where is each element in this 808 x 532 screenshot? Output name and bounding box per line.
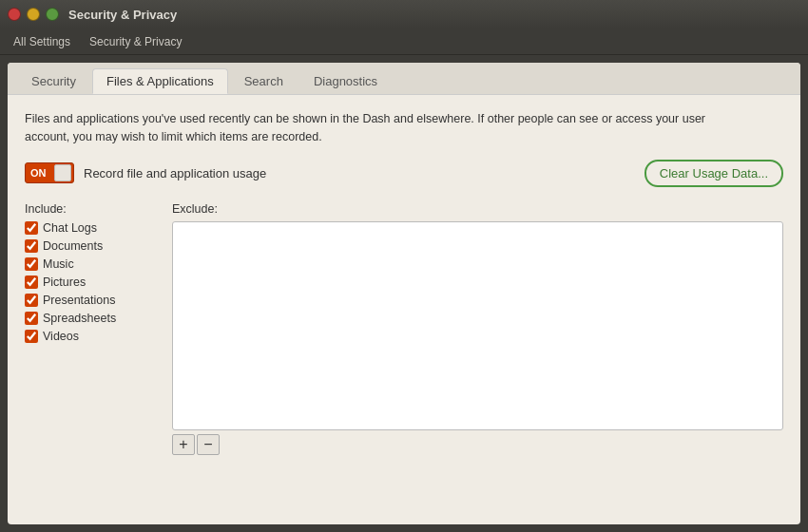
tab-diagnostics[interactable]: Diagnostics: [299, 68, 392, 94]
toggle-knob: [54, 164, 71, 181]
music-checkbox[interactable]: [25, 257, 38, 271]
toggle-description: Record file and application usage: [84, 166, 266, 180]
include-section: Include: Chat Logs Documents Music Pictu…: [25, 202, 163, 348]
record-usage-toggle[interactable]: ON: [25, 162, 74, 183]
tab-bar: Security Files & Applications Search Dia…: [8, 63, 800, 95]
tab-search[interactable]: Search: [230, 68, 298, 94]
exclude-list-box[interactable]: [172, 221, 783, 430]
menubar: All Settings Security & Privacy: [0, 28, 808, 55]
remove-exclude-button[interactable]: −: [197, 434, 220, 455]
clear-usage-data-button[interactable]: Clear Usage Data...: [644, 160, 783, 187]
include-exclude-section: Include: Chat Logs Documents Music Pictu…: [25, 202, 783, 455]
menubar-security-privacy[interactable]: Security & Privacy: [86, 33, 185, 50]
list-item: Chat Logs: [25, 221, 163, 235]
list-item: Documents: [25, 239, 163, 253]
toggle-on-label: ON: [30, 167, 47, 179]
list-item: Spreadsheets: [25, 312, 163, 325]
presentations-checkbox[interactable]: [25, 294, 38, 307]
videos-checkbox[interactable]: [25, 330, 38, 343]
list-item: Presentations: [25, 294, 163, 307]
music-label[interactable]: Music: [43, 257, 74, 271]
exclude-heading: Exclude:: [172, 202, 783, 216]
minimize-button[interactable]: [27, 8, 40, 21]
titlebar: Security & Privacy: [0, 0, 808, 28]
pictures-label[interactable]: Pictures: [43, 276, 86, 289]
pictures-checkbox[interactable]: [25, 276, 38, 289]
maximize-button[interactable]: [46, 8, 59, 21]
chat-logs-label[interactable]: Chat Logs: [43, 221, 97, 235]
toggle-left: ON Record file and application usage: [25, 162, 266, 183]
menubar-all-settings[interactable]: All Settings: [10, 33, 74, 50]
exclude-buttons: + −: [172, 434, 783, 455]
toggle-row: ON Record file and application usage Cle…: [25, 160, 783, 187]
chat-logs-checkbox[interactable]: [25, 221, 38, 235]
list-item: Videos: [25, 330, 163, 343]
documents-label[interactable]: Documents: [43, 239, 103, 253]
spreadsheets-label[interactable]: Spreadsheets: [43, 312, 116, 325]
list-item: Pictures: [25, 276, 163, 289]
tab-security[interactable]: Security: [17, 68, 90, 94]
presentations-label[interactable]: Presentations: [43, 294, 115, 307]
add-exclude-button[interactable]: +: [172, 434, 195, 455]
close-button[interactable]: [8, 8, 21, 21]
list-item: Music: [25, 257, 163, 271]
videos-label[interactable]: Videos: [43, 330, 79, 343]
include-heading: Include:: [25, 202, 163, 216]
content-panel: Files and applications you've used recen…: [8, 95, 800, 470]
window-title: Security & Privacy: [68, 8, 177, 22]
spreadsheets-checkbox[interactable]: [25, 312, 38, 325]
tab-files-applications[interactable]: Files & Applications: [92, 68, 228, 94]
main-area: Security Files & Applications Search Dia…: [8, 63, 800, 524]
info-text: Files and applications you've used recen…: [25, 110, 728, 146]
exclude-section: Exclude: + −: [172, 202, 783, 455]
documents-checkbox[interactable]: [25, 239, 38, 253]
